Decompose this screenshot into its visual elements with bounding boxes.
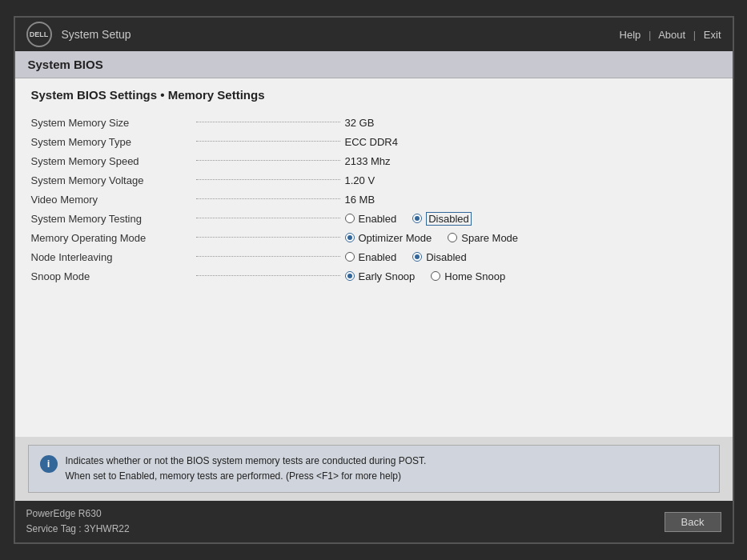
info-text: Indicates whether or not the BIOS system… [66,454,427,484]
label-node-interleaving: Node Interleaving [31,251,191,263]
radio-option-spare-mode[interactable]: Spare Mode [448,232,518,244]
info-line1: Indicates whether or not the BIOS system… [66,454,427,469]
header-left: DELL System Setup [26,22,131,47]
footer-model: PowerEdge R630 [26,506,130,522]
system-bios-title: System BIOS [28,58,103,71]
footer-service-tag-value: 3YHWR22 [84,523,130,534]
value-system-memory-size: 32 GB [345,117,537,129]
dotted-line [196,218,340,218]
dell-logo-icon: DELL [26,22,52,47]
radio-circle-disabled[interactable] [412,214,422,223]
header-nav: Help | About | Exit [620,29,721,41]
radio-label-spare-mode: Spare Mode [461,232,518,244]
table-row: System Memory Testing Enabled Disabled [31,209,717,228]
exit-link[interactable]: Exit [704,29,721,41]
radio-circle-ni-enabled[interactable] [345,252,355,262]
dotted-line [196,179,340,180]
table-row: Memory Operating Mode Optimizer Mode Spa… [31,228,717,247]
label-system-memory-size: System Memory Size [31,117,191,129]
back-button[interactable]: Back [665,512,721,532]
label-system-memory-testing: System Memory Testing [31,213,191,225]
header: DELL System Setup Help | About | Exit [15,18,733,51]
label-video-memory: Video Memory [31,194,191,206]
radio-label-enabled: Enabled [359,213,397,225]
dotted-line [196,256,340,257]
radio-option-ni-disabled[interactable]: Disabled [412,251,467,263]
radio-circle-spare-mode[interactable] [448,233,457,242]
radio-label-ni-enabled: Enabled [359,251,397,263]
label-system-memory-speed: System Memory Speed [31,155,191,167]
footer-info: PowerEdge R630 Service Tag : 3YHWR22 [26,506,130,537]
footer-service-tag-label: Service Tag : [26,523,82,534]
help-link[interactable]: Help [620,29,641,41]
label-system-memory-voltage: System Memory Voltage [31,174,191,186]
table-row: Snoop Mode Early Snoop Home Snoop [31,266,717,286]
radio-label-early-snoop: Early Snoop [359,270,416,282]
radio-circle-optimizer-mode[interactable] [345,233,355,242]
radio-group-snoop-mode: Early Snoop Home Snoop [345,270,537,282]
label-snoop-mode: Snoop Mode [31,270,191,282]
sep1: | [649,29,651,41]
table-row: Video Memory 16 MB [31,190,717,209]
dotted-line [196,275,340,276]
label-system-memory-type: System Memory Type [31,136,191,148]
settings-area: System BIOS Settings • Memory Settings S… [15,78,733,437]
info-icon: i [40,455,58,473]
radio-option-ni-enabled[interactable]: Enabled [345,251,397,263]
radio-option-home-snoop[interactable]: Home Snoop [431,270,505,282]
table-row: System Memory Speed 2133 Mhz [31,151,717,170]
radio-option-enabled[interactable]: Enabled [345,213,397,225]
header-title: System Setup [62,28,131,41]
dotted-line [196,237,340,238]
radio-label-home-snoop: Home Snoop [444,270,505,282]
radio-circle-ni-disabled[interactable] [412,252,422,262]
radio-circle-enabled[interactable] [345,214,355,223]
radio-option-optimizer-mode[interactable]: Optimizer Mode [345,232,432,244]
dotted-line [196,198,340,199]
system-bios-title-bar: System BIOS [15,51,733,78]
dotted-line [196,122,340,122]
settings-heading: System BIOS Settings • Memory Settings [31,88,717,102]
value-system-memory-voltage: 1.20 V [345,174,537,186]
radio-circle-early-snoop[interactable] [345,271,355,281]
dotted-line [196,141,340,142]
info-box: i Indicates whether or not the BIOS syst… [28,445,720,493]
value-system-memory-type: ECC DDR4 [345,136,537,148]
table-row: Node Interleaving Enabled Disabled [31,247,717,266]
radio-circle-home-snoop[interactable] [431,271,440,281]
settings-table: System Memory Size 32 GB System Memory T… [31,113,717,286]
radio-option-disabled[interactable]: Disabled [412,212,472,226]
value-system-memory-speed: 2133 Mhz [345,155,537,167]
sep2: | [693,29,696,41]
radio-option-early-snoop[interactable]: Early Snoop [345,270,416,282]
about-link[interactable]: About [658,29,685,41]
footer-service-tag: Service Tag : 3YHWR22 [26,522,130,537]
radio-group-memory-testing: Enabled Disabled [345,212,537,226]
radio-label-optimizer-mode: Optimizer Mode [359,232,432,244]
table-row: System Memory Voltage 1.20 V [31,170,717,190]
value-video-memory: 16 MB [345,194,537,206]
dotted-line [196,160,340,161]
table-row: System Memory Size 32 GB [31,113,717,132]
radio-group-memory-operating-mode: Optimizer Mode Spare Mode [345,232,537,244]
info-line2: When set to Enabled, memory tests are pe… [66,469,427,484]
radio-label-disabled: Disabled [426,212,472,226]
footer: PowerEdge R630 Service Tag : 3YHWR22 Bac… [15,501,733,542]
table-row: System Memory Type ECC DDR4 [31,132,717,151]
radio-label-ni-disabled: Disabled [426,251,467,263]
radio-group-node-interleaving: Enabled Disabled [345,251,537,263]
label-memory-operating-mode: Memory Operating Mode [31,232,191,244]
